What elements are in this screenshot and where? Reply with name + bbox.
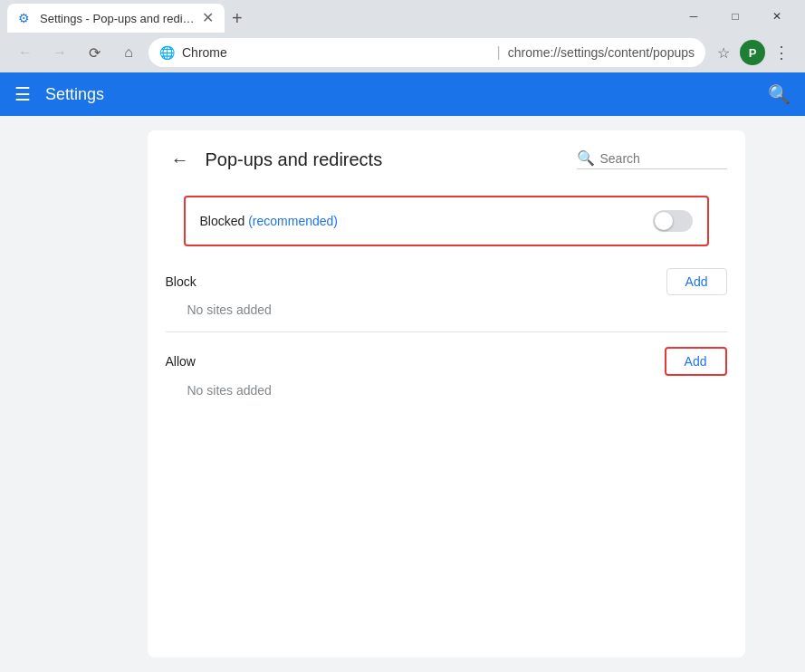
minimize-button[interactable]: ─ bbox=[673, 2, 714, 31]
content-wrapper: ← Pop-ups and redirects 🔍 Blocked (recom… bbox=[100, 116, 792, 672]
block-add-button[interactable]: Add bbox=[666, 268, 727, 295]
hamburger-menu-button[interactable]: ☰ bbox=[14, 83, 31, 105]
page-header: ← Pop-ups and redirects 🔍 bbox=[148, 130, 745, 188]
block-no-sites: No sites added bbox=[187, 302, 727, 317]
allow-title: Allow bbox=[166, 354, 665, 369]
tab-title: Settings - Pop-ups and redirects bbox=[40, 12, 195, 25]
omnibox-actions: ☆ P ⋮ bbox=[711, 40, 794, 65]
settings-app-title: Settings bbox=[45, 85, 753, 104]
bookmark-button[interactable]: ☆ bbox=[711, 40, 736, 65]
toggle-thumb bbox=[655, 212, 673, 230]
omnibox-separator: | bbox=[497, 44, 501, 61]
blocked-section: Blocked (recommended) bbox=[184, 196, 709, 246]
block-title: Block bbox=[166, 274, 666, 289]
block-section: Block Add No sites added bbox=[148, 254, 745, 331]
active-tab[interactable]: ⚙ Settings - Pop-ups and redirects ✕ bbox=[7, 4, 225, 33]
home-button[interactable]: ⌂ bbox=[114, 38, 143, 67]
address-bar: ← → ⟳ ⌂ 🌐 Chrome | chrome://settings/con… bbox=[0, 33, 805, 72]
content-card: ← Pop-ups and redirects 🔍 Blocked (recom… bbox=[148, 130, 745, 658]
forward-button[interactable]: → bbox=[45, 38, 74, 67]
omnibox-url: chrome://settings/content/popups bbox=[508, 45, 695, 60]
allow-add-button[interactable]: Add bbox=[665, 347, 727, 376]
allow-section-header: Allow Add bbox=[166, 347, 727, 376]
search-input[interactable] bbox=[600, 151, 727, 166]
back-button[interactable]: ← bbox=[11, 38, 40, 67]
close-button[interactable]: ✕ bbox=[756, 2, 798, 31]
settings-app-header: ☰ Settings 🔍 bbox=[0, 72, 805, 116]
tab-strip: ⚙ Settings - Pop-ups and redirects ✕ + bbox=[7, 0, 666, 33]
new-tab-button[interactable]: + bbox=[228, 5, 246, 33]
main-area: ← Pop-ups and redirects 🔍 Blocked (recom… bbox=[0, 116, 805, 672]
blocked-toggle[interactable] bbox=[653, 210, 693, 232]
window: ⚙ Settings - Pop-ups and redirects ✕ + ─… bbox=[0, 0, 805, 672]
tab-close-button[interactable]: ✕ bbox=[202, 11, 214, 25]
search-box: 🔍 bbox=[577, 149, 727, 169]
profile-button[interactable]: P bbox=[740, 40, 765, 65]
reload-button[interactable]: ⟳ bbox=[80, 38, 109, 67]
window-controls: ─ □ ✕ bbox=[673, 2, 798, 31]
omnibox[interactable]: 🌐 Chrome | chrome://settings/content/pop… bbox=[149, 38, 705, 67]
more-button[interactable]: ⋮ bbox=[769, 40, 794, 65]
allow-section: Allow Add No sites added bbox=[148, 332, 745, 412]
page-back-button[interactable]: ← bbox=[166, 145, 195, 174]
blocked-label: Blocked (recommended) bbox=[200, 214, 653, 228]
block-section-header: Block Add bbox=[166, 268, 727, 295]
scrollbar[interactable] bbox=[792, 116, 805, 672]
maximize-button[interactable]: □ bbox=[714, 2, 756, 31]
settings-search-icon[interactable]: 🔍 bbox=[768, 83, 791, 105]
secure-icon: 🌐 bbox=[159, 45, 175, 60]
search-box-icon: 🔍 bbox=[577, 149, 595, 167]
title-bar: ⚙ Settings - Pop-ups and redirects ✕ + ─… bbox=[0, 0, 805, 33]
allow-no-sites: No sites added bbox=[187, 383, 727, 398]
omnibox-brand: Chrome bbox=[182, 45, 490, 60]
page-title: Pop-ups and redirects bbox=[206, 149, 566, 170]
tab-favicon: ⚙ bbox=[18, 11, 33, 25]
sidebar bbox=[0, 116, 100, 672]
